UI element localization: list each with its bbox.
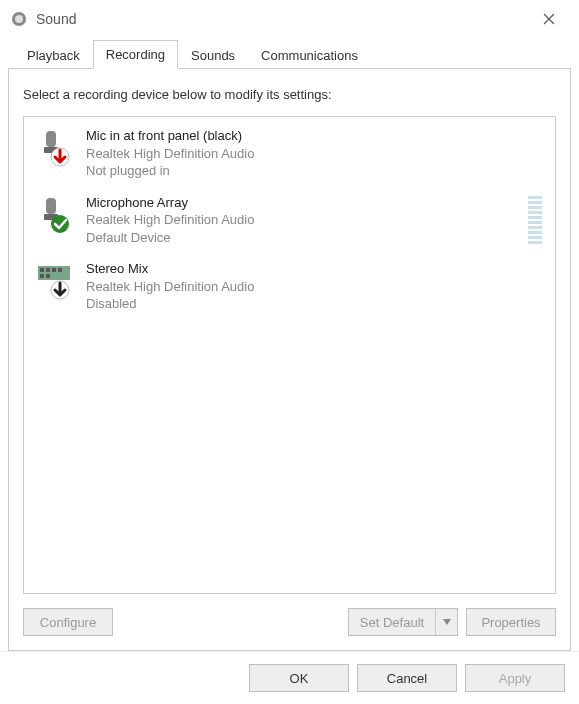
- properties-button[interactable]: Properties: [466, 608, 556, 636]
- svg-rect-14: [46, 274, 50, 278]
- close-button[interactable]: [529, 3, 569, 35]
- device-status: Default Device: [86, 229, 513, 247]
- stereo-mix-icon: [34, 260, 74, 300]
- chevron-down-icon: [443, 619, 451, 625]
- device-name: Microphone Array: [86, 194, 513, 212]
- tab-communications[interactable]: Communications: [248, 41, 371, 69]
- cancel-button[interactable]: Cancel: [357, 664, 457, 692]
- device-name: Mic in at front panel (black): [86, 127, 545, 145]
- svg-rect-11: [52, 268, 56, 272]
- mic-jack-icon: [34, 127, 74, 167]
- device-item[interactable]: Stereo Mix Realtek High Definition Audio…: [24, 254, 555, 321]
- svg-point-7: [51, 215, 69, 233]
- titlebar: Sound: [0, 0, 579, 38]
- device-icon: [34, 127, 74, 180]
- tab-recording[interactable]: Recording: [93, 40, 178, 69]
- device-text: Microphone Array Realtek High Definition…: [86, 194, 513, 247]
- dialog-content: Playback Recording Sounds Communications…: [0, 38, 579, 651]
- device-status: Disabled: [86, 295, 545, 313]
- device-item[interactable]: Microphone Array Realtek High Definition…: [24, 188, 555, 255]
- tabstrip: Playback Recording Sounds Communications: [8, 38, 571, 68]
- device-name: Stereo Mix: [86, 260, 545, 278]
- set-default-button[interactable]: Set Default: [348, 608, 458, 636]
- device-status: Not plugged in: [86, 162, 545, 180]
- device-text: Mic in at front panel (black) Realtek Hi…: [86, 127, 545, 180]
- svg-rect-9: [40, 268, 44, 272]
- svg-point-1: [15, 15, 23, 23]
- svg-rect-13: [40, 274, 44, 278]
- device-driver: Realtek High Definition Audio: [86, 278, 545, 296]
- device-driver: Realtek High Definition Audio: [86, 145, 545, 163]
- window-title: Sound: [36, 11, 76, 27]
- tab-panel-recording: Select a recording device below to modif…: [8, 68, 571, 651]
- configure-button[interactable]: Configure: [23, 608, 113, 636]
- device-icon: [34, 194, 74, 247]
- device-item[interactable]: Mic in at front panel (black) Realtek Hi…: [24, 121, 555, 188]
- dialog-button-row: OK Cancel Apply: [0, 651, 579, 704]
- device-list[interactable]: Mic in at front panel (black) Realtek Hi…: [23, 116, 556, 594]
- device-text: Stereo Mix Realtek High Definition Audio…: [86, 260, 545, 313]
- device-icon: [34, 260, 74, 313]
- mic-array-icon: [34, 194, 74, 234]
- sound-icon: [10, 10, 28, 28]
- svg-rect-12: [58, 268, 62, 272]
- device-driver: Realtek High Definition Audio: [86, 211, 513, 229]
- svg-rect-10: [46, 268, 50, 272]
- level-meter: [525, 194, 545, 247]
- tab-playback[interactable]: Playback: [14, 41, 93, 69]
- sound-dialog: Sound Playback Recording Sounds Communic…: [0, 0, 579, 704]
- set-default-dropdown[interactable]: [435, 609, 457, 635]
- svg-rect-2: [46, 131, 56, 147]
- tab-sounds[interactable]: Sounds: [178, 41, 248, 69]
- svg-rect-5: [46, 198, 56, 214]
- set-default-label: Set Default: [349, 615, 435, 630]
- instruction-text: Select a recording device below to modif…: [23, 87, 556, 102]
- panel-button-row: Configure Set Default Properties: [23, 608, 556, 636]
- ok-button[interactable]: OK: [249, 664, 349, 692]
- close-icon: [543, 13, 555, 25]
- apply-button[interactable]: Apply: [465, 664, 565, 692]
